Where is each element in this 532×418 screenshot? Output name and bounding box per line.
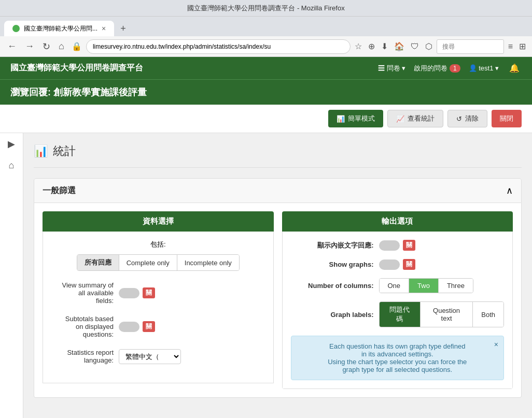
col-three-btn[interactable]: Three [439, 279, 473, 293]
bookmark-icon[interactable]: ☆ [353, 39, 364, 53]
content-area: 📊 統計 一般篩選 ∧ 資料選擇 包括: [23, 133, 532, 418]
columns-btn-group: One Two Three [379, 278, 473, 293]
col-two-btn[interactable]: Two [409, 279, 439, 293]
subtotals-row: Subtotals based on displayed questions: … [51, 315, 265, 338]
col-one-btn[interactable]: One [380, 279, 410, 293]
info-line2: in its advanced settings. [300, 350, 496, 358]
shield-icon[interactable]: 🛡 [409, 40, 421, 53]
tab-favicon [12, 25, 20, 32]
label-question-code-btn[interactable]: 問題代碼 [380, 302, 421, 327]
data-selection-header: 資料選擇 [43, 211, 274, 232]
num-columns-row: Number of columns: One Two Three [291, 278, 505, 293]
app-logo: 國立臺灣師範大學公用問卷調查平台 [10, 63, 143, 74]
nav-surveys[interactable]: ☰ 問卷 ▾ [378, 64, 405, 73]
grid-icon[interactable]: ⊞ [517, 39, 528, 53]
user-icon: 👤 [469, 64, 477, 72]
main-content: ▶ ⌂ 📊 統計 一般篩選 ∧ 資料選擇 [0, 133, 532, 418]
clear-icon: ↺ [456, 115, 462, 123]
complete-only-btn[interactable]: Complete only [119, 255, 177, 270]
home-button[interactable]: ⌂ [55, 39, 67, 54]
subtotals-toggle-label: 關 [143, 321, 155, 332]
subtotals-toggle: 關 [119, 321, 155, 332]
firefox-home-icon[interactable]: 🏠 [392, 39, 407, 53]
surveys-chevron: ▾ [402, 64, 405, 72]
view-summary-row: View summary of all available fields: 關 [51, 281, 265, 305]
general-filter-section: 一般篩選 ∧ 資料選擇 包括: [34, 178, 522, 398]
show-graphs-toggle-label: 關 [403, 259, 415, 270]
back-button[interactable]: ← [4, 39, 20, 54]
browser-tabs-bar: 國立臺灣師範大學公用問... × + [0, 17, 532, 36]
all-responses-btn[interactable]: 所有回應 [77, 255, 119, 270]
data-selection-panel: 資料選擇 包括: 所有回應 Complete only Incomplete o… [43, 211, 274, 389]
label-question-text-btn[interactable]: Question text [421, 302, 473, 327]
label-both-btn[interactable]: Both [473, 302, 503, 327]
section-divider [34, 167, 522, 168]
filter-title: 一般篩選 [43, 185, 76, 196]
clear-button[interactable]: ↺ 清除 [447, 110, 487, 127]
include-controls: 所有回應 Complete only Incomplete only [51, 254, 265, 271]
output-options-body: 顯示內嵌文字回應: 關 Show graphs: 關 [282, 232, 513, 389]
view-summary-label: View summary of all available fields: [51, 281, 114, 305]
browser-tab-active[interactable]: 國立臺灣師範大學公用問... × [4, 21, 114, 36]
star-icon[interactable]: ⊕ [366, 39, 377, 53]
new-tab-button[interactable]: + [116, 21, 130, 36]
download-icon[interactable]: ⬇ [379, 39, 390, 53]
stats-icon: 📊 [34, 145, 48, 158]
info-close-btn[interactable]: × [494, 340, 498, 349]
incomplete-only-btn[interactable]: Incomplete only [177, 255, 239, 270]
show-inline-toggle: 關 [379, 240, 415, 251]
sidebar: ▶ ⌂ [0, 133, 23, 418]
sidebar-expand-icon[interactable]: ▶ [8, 138, 15, 150]
app-header: 國立臺灣師範大學公用問卷調查平台 ☰ 問卷 ▾ 啟用的問卷 1 👤 test1 … [0, 57, 532, 79]
sidebar-home-icon[interactable]: ⌂ [9, 160, 15, 171]
graph-labels-row: Graph labels: 問題代碼 Question text Both [291, 301, 505, 327]
graph-labels-label: Graph labels: [291, 311, 374, 319]
num-columns-label: Number of columns: [291, 282, 374, 290]
view-summary-toggle-track[interactable] [119, 288, 139, 298]
filter-collapse-icon[interactable]: ∧ [506, 185, 513, 196]
subtotals-toggle-track[interactable] [119, 322, 139, 332]
app-header-right: ☰ 問卷 ▾ 啟用的問卷 1 👤 test1 ▾ 🔔 [378, 61, 522, 75]
refresh-button[interactable]: ↻ [39, 39, 53, 54]
browser-titlebar: 國立臺灣師範大學公用問卷調查平台 - Mozilla Firefox [0, 0, 532, 17]
pocket-icon[interactable]: ⬡ [423, 39, 435, 53]
show-graphs-toggle-track[interactable] [379, 260, 400, 270]
stats-lang-label: Statistics report language: [51, 349, 114, 364]
data-selection-body: 包括: 所有回應 Complete only Incomplete only V… [43, 232, 274, 383]
close-button[interactable]: 關閉 [492, 110, 522, 127]
subtotals-label: Subtotals based on displayed questions: [51, 315, 114, 338]
show-inline-row: 顯示內嵌文字回應: 關 [291, 240, 505, 251]
view-stats-icon: 📈 [396, 115, 404, 123]
view-summary-toggle-label: 關 [143, 287, 155, 298]
view-stats-button[interactable]: 📈 查看統計 [387, 110, 443, 127]
output-options-header: 輸出選項 [282, 211, 513, 232]
show-inline-label: 顯示內嵌文字回應: [291, 241, 374, 250]
simple-mode-button[interactable]: 📊 簡單模式 [328, 110, 383, 127]
forward-button[interactable]: → [22, 39, 37, 54]
action-bar: 📊 簡單模式 📈 查看統計 ↺ 清除 關閉 [0, 105, 532, 133]
labels-btn-group: 問題代碼 Question text Both [379, 301, 505, 327]
user-menu[interactable]: 👤 test1 ▾ [469, 64, 499, 72]
show-graphs-toggle: 關 [379, 259, 415, 270]
address-bar[interactable] [86, 39, 351, 54]
menu-icon[interactable]: ≡ [506, 40, 515, 53]
include-btn-group: 所有回應 Complete only Incomplete only [77, 254, 240, 271]
notifications-icon[interactable]: 🔔 [507, 61, 522, 75]
info-box: × Each question has its own graph type d… [291, 336, 505, 380]
browser-toolbar: ← → ↻ ⌂ 🔒 ☆ ⊕ ⬇ 🏠 🛡 ⬡ ≡ ⊞ [0, 36, 532, 57]
include-label-text: 包括: [51, 240, 265, 249]
tab-close-button[interactable]: × [102, 24, 106, 33]
show-inline-toggle-track[interactable] [379, 240, 400, 251]
show-inline-toggle-label: 關 [403, 240, 415, 251]
browser-search-input[interactable] [437, 39, 504, 54]
nav-active-surveys[interactable]: 啟用的問卷 1 [414, 64, 460, 73]
language-select[interactable]: 繁體中文（ [119, 349, 181, 364]
filter-body: 資料選擇 包括: 所有回應 Complete only Incomplete o… [34, 203, 522, 398]
info-line4: graph type for all selected questions. [300, 366, 496, 373]
stats-lang-row: Statistics report language: 繁體中文（ [51, 349, 265, 364]
simple-mode-icon: 📊 [337, 115, 345, 123]
filter-header: 一般篩選 ∧ [34, 178, 522, 203]
browser-title: 國立臺灣師範大學公用問卷調查平台 - Mozilla Firefox [187, 4, 344, 13]
view-summary-toggle: 關 [119, 287, 155, 298]
page-title: 瀏覽回覆: 創新教學實施課後評量 [10, 87, 147, 97]
